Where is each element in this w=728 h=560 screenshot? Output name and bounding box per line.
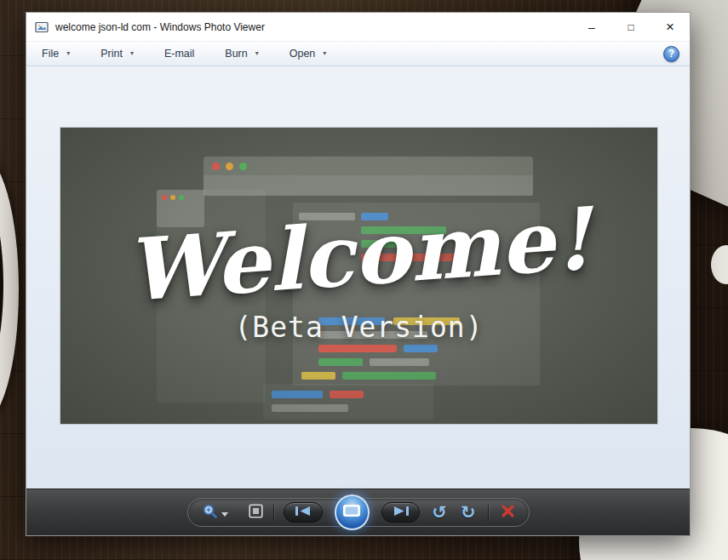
menu-file-label: File [42,48,59,60]
photo-viewer-window: welcome json-ld com - Windows Photo View… [26,12,691,536]
chevron-down-icon: ▾ [130,50,134,57]
chevron-down-icon: ▾ [323,50,326,57]
minimize-button[interactable]: – [572,13,611,42]
bottom-toolbar: ↺ ↻ [26,489,690,535]
chevron-down-icon: ▾ [255,50,259,57]
menu-print-label: Print [100,48,123,60]
slideshow-icon [342,504,361,522]
slideshow-button[interactable] [335,494,370,530]
window-controls: – □ × [572,13,690,42]
close-button[interactable]: × [651,13,690,42]
rotate-clockwise-icon: ↻ [461,504,476,522]
actual-size-icon [249,504,263,522]
zoom-button[interactable] [202,503,228,523]
photo-headline: Welcome! [123,196,593,313]
menu-open[interactable]: Open ▾ [284,45,332,62]
photo-subtitle: (Beta Version) [234,311,483,344]
menu-burn-label: Burn [225,48,247,60]
desktop-background: welcome json-ld com - Windows Photo View… [0,0,728,560]
chevron-down-icon: ▾ [66,50,70,57]
menu-email[interactable]: E-mail [159,45,199,62]
next-button[interactable] [381,502,420,523]
previous-button[interactable] [284,502,322,523]
help-button[interactable]: ? [663,46,679,62]
previous-icon [295,505,312,520]
delete-button[interactable] [501,504,515,522]
desk-object-plate-edge [711,245,728,284]
next-icon [393,505,410,520]
window-title: welcome json-ld com - Windows Photo View… [55,21,265,33]
actual-size-button[interactable] [249,504,263,522]
menu-burn[interactable]: Burn ▾ [220,45,263,62]
titlebar[interactable]: welcome json-ld com - Windows Photo View… [26,13,690,42]
rotate-counterclockwise-button[interactable]: ↺ [430,504,449,522]
help-icon: ? [668,48,674,60]
toolbar-divider [273,504,274,521]
delete-icon [501,504,515,522]
menu-print[interactable]: Print ▾ [95,45,139,62]
menu-open-label: Open [289,48,316,60]
menubar: File ▾ Print ▾ E-mail Burn ▾ Open ▾ ? [26,42,690,66]
rotate-counterclockwise-icon: ↺ [432,504,447,522]
chevron-down-icon [221,505,228,520]
maximize-button[interactable]: □ [611,13,651,42]
displayed-photo: Welcome! (Beta Version) [60,128,657,424]
photo-caption: Welcome! (Beta Version) [60,128,657,424]
rotate-clockwise-button[interactable]: ↻ [459,504,478,522]
toolbar-divider [488,504,489,521]
photo-canvas: Welcome! (Beta Version) [26,66,690,489]
zoom-icon [202,503,218,523]
menu-email-label: E-mail [164,48,194,60]
photo-viewer-app-icon [35,20,49,34]
toolbar-controls: ↺ ↻ [187,498,530,527]
menu-file[interactable]: File ▾ [37,45,75,62]
